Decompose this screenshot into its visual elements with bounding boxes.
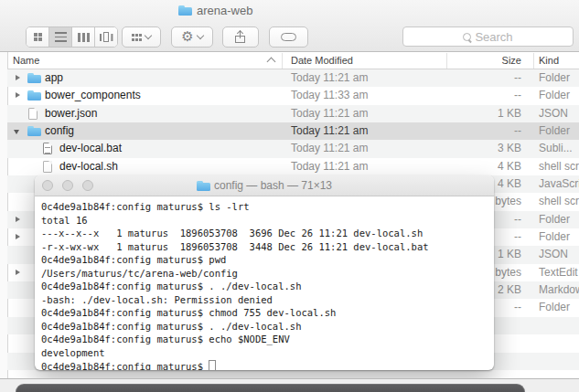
terminal-line: -r-x-wx-wx 1 maturus 1896053708 3448 Dec…: [41, 240, 494, 254]
date-modified: Today 11:21 am: [291, 158, 369, 175]
tag-icon: [281, 33, 296, 41]
column-header-name[interactable]: Name: [13, 52, 39, 69]
terminal-title-text: config — bash — 71×13: [214, 179, 332, 192]
arrange-button[interactable]: [122, 26, 161, 48]
terminal-line: 0c4de9a1b84f:config maturus$: [41, 360, 494, 370]
file-kind: JSON: [539, 105, 568, 122]
column-view-button[interactable]: [72, 27, 95, 47]
icon-view-button[interactable]: [27, 27, 49, 47]
file-kind: Folder: [539, 69, 570, 87]
column-divider[interactable]: [282, 53, 283, 69]
file-kind: shell script: [539, 193, 579, 210]
file-kind: Subli...: [539, 140, 573, 157]
coverflow-view-button[interactable]: [95, 27, 117, 47]
terminal-line: 0c4de9a1b84f:config maturus$ . ./dev-loc…: [41, 280, 494, 293]
terminal-titlebar[interactable]: config — bash — 71×13: [35, 175, 494, 196]
coverflow-view-icon: [100, 32, 113, 42]
table-row[interactable]: dev-local.shToday 11:21 am4 KBshell scri…: [7, 158, 579, 175]
date-modified: Today 11:21 am: [291, 69, 369, 87]
view-mode-segmented-control: [26, 26, 118, 48]
date-modified: Today 11:21 am: [291, 140, 369, 157]
column-header-date[interactable]: Date Modified: [291, 52, 353, 69]
terminal-line: /Users/maturus/tc/arena-web/config: [41, 267, 494, 281]
disclosure-triangle-icon[interactable]: [16, 234, 20, 239]
file-kind: Folder: [539, 87, 570, 104]
file-kind: shell script: [539, 158, 579, 175]
table-row[interactable]: bower.jsonToday 11:21 am1 KBJSON: [7, 105, 579, 122]
list-view-button[interactable]: [49, 27, 72, 47]
search-field[interactable]: Search: [402, 26, 574, 47]
file-name: dev-local.bat: [59, 140, 122, 157]
terminal-line: -bash: ./dev-local.sh: Permission denied: [41, 293, 494, 307]
terminal-cursor: [209, 360, 216, 370]
file-size: --: [439, 87, 521, 104]
file-name: config: [45, 122, 74, 140]
finder-titlebar-toolbar: arena-web Search: [0, 0, 579, 52]
file-size: 4 KB: [439, 158, 521, 175]
action-button[interactable]: [171, 26, 213, 48]
folder-icon: [178, 5, 192, 16]
folder-icon: [197, 181, 209, 190]
search-placeholder: Search: [475, 30, 512, 44]
disclosure-triangle-icon[interactable]: [14, 130, 19, 134]
file-kind: JSON: [539, 246, 568, 263]
dock[interactable]: [16, 384, 525, 392]
disclosure-triangle-icon[interactable]: [16, 217, 20, 222]
terminal-output[interactable]: 0c4de9a1b84f:config maturus$ ls -lrttota…: [35, 196, 494, 370]
date-modified: Today 11:21 am: [291, 122, 369, 140]
terminal-window[interactable]: config — bash — 71×13 0c4de9a1b84f:confi…: [35, 175, 494, 370]
file-kind: Folder: [539, 122, 570, 140]
column-view-icon: [78, 33, 90, 42]
column-header-size[interactable]: Size: [439, 52, 521, 69]
terminal-line: 0c4de9a1b84f:config maturus$ echo $NODE_…: [41, 333, 494, 346]
file-size: --: [439, 122, 521, 140]
terminal-line: development: [41, 346, 494, 360]
icon-view-icon: [34, 33, 42, 41]
terminal-line: 0c4de9a1b84f:config maturus$ ls -lrt: [41, 200, 494, 214]
file-kind: JavaScript: [539, 175, 579, 193]
table-row[interactable]: bower_componentsToday 11:33 am--Folder: [7, 87, 579, 104]
date-modified: Today 11:21 am: [291, 105, 369, 122]
chevron-down-icon: [145, 32, 152, 39]
search-icon: [463, 33, 471, 41]
chevron-down-icon: [196, 32, 203, 39]
file-kind: Folder: [539, 299, 570, 316]
terminal-line: 0c4de9a1b84f:config maturus$ . ./dev-loc…: [41, 320, 494, 334]
terminal-line: total 16: [41, 214, 494, 228]
sidebar-edge: [0, 52, 7, 378]
file-kind: Folder: [539, 228, 570, 246]
list-view-icon: [55, 32, 67, 42]
document-icon: [43, 161, 52, 173]
column-divider[interactable]: [446, 53, 447, 69]
file-size: 3 KB: [439, 140, 521, 157]
file-kind: Markdown: [539, 281, 579, 299]
column-header-kind[interactable]: Kind: [539, 52, 559, 69]
terminal-line: 0c4de9a1b84f:config maturus$ pwd: [41, 253, 494, 267]
gear-icon: [181, 30, 193, 44]
disclosure-triangle-icon[interactable]: [16, 270, 20, 275]
window-title: arena-web: [178, 4, 252, 17]
file-name: bower.json: [45, 105, 97, 122]
file-kind: Folder: [539, 211, 570, 228]
folder-icon: [27, 90, 41, 101]
disclosure-triangle-icon[interactable]: [16, 75, 20, 80]
table-row[interactable]: dev-local.batToday 11:21 am3 KBSubli...: [7, 140, 579, 157]
share-button[interactable]: [222, 26, 259, 48]
arrange-icon: [132, 34, 142, 41]
list-header: Name Date Modified Size Kind: [7, 52, 579, 69]
document-icon: [43, 143, 52, 154]
terminal-line: ---x--x--x 1 maturus 1896053708 3696 Dec…: [41, 227, 494, 240]
folder-icon: [27, 73, 41, 83]
document-icon: [28, 108, 38, 120]
file-name: dev-local.sh: [59, 158, 118, 175]
terminal-line: 0c4de9a1b84f:config maturus$ chmod 755 d…: [41, 306, 494, 320]
file-name: bower_components: [45, 87, 141, 104]
share-icon: [235, 31, 246, 44]
tags-button[interactable]: [269, 26, 308, 48]
folder-icon: [27, 126, 41, 136]
disclosure-triangle-icon[interactable]: [16, 92, 20, 98]
column-divider[interactable]: [533, 53, 534, 69]
table-row[interactable]: configToday 11:21 am--Folder: [7, 122, 579, 140]
date-modified: Today 11:33 am: [291, 87, 369, 104]
table-row[interactable]: appToday 11:21 am--Folder: [7, 69, 579, 87]
